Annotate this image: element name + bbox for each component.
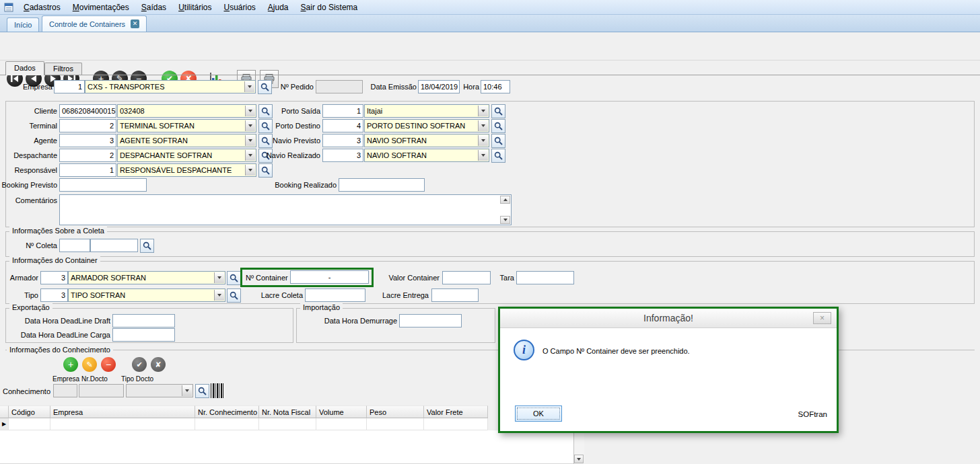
scroll-up-icon[interactable] [500,196,510,204]
porto-destino-search-button[interactable] [491,119,505,133]
dropdown-arrow-icon[interactable] [245,106,255,116]
conhecimento-search-button[interactable] [195,384,209,398]
conhecimento-edit-button[interactable]: ✎ [82,357,97,372]
agente-combo[interactable]: AGENTE SOFTRAN [117,134,256,147]
dropdown-arrow-icon[interactable] [478,135,488,146]
porto-saida-code-field[interactable]: 1 [322,104,363,118]
conhecimento-cancel-button[interactable]: ✘ [151,357,166,372]
data-emissao-field[interactable]: 18/04/2019 [418,80,460,93]
conhecimento-confirm-button[interactable]: ✔ [132,357,147,372]
conhecimento-delete-button[interactable]: − [101,357,116,372]
navio-previsto-code-field[interactable]: 3 [322,134,363,147]
armador-combo[interactable]: ARMADOR SOFTRAN [68,271,225,284]
cliente-combo[interactable]: 032408 [117,104,256,118]
dialog-close-button[interactable]: × [813,312,831,324]
dropdown-arrow-icon[interactable] [478,106,488,116]
porto-saida-combo[interactable]: Itajai [364,104,489,118]
dropdown-arrow-icon[interactable] [478,120,488,131]
scrollbar-down-icon[interactable] [574,455,584,463]
cliente-code-field[interactable]: 06862084000159 [59,104,116,118]
comentarios-textarea[interactable] [59,194,512,225]
grid-cell-nr-conhecimento[interactable] [195,418,259,430]
porto-destino-combo[interactable]: PORTO DESTINO SOFTRAN [364,119,489,132]
dropdown-arrow-icon[interactable] [244,81,254,92]
dropdown-arrow-icon[interactable] [478,150,488,161]
agente-code-field[interactable]: 3 [59,134,116,147]
dropdown-arrow-icon[interactable] [245,120,255,131]
navio-previsto-search-button[interactable] [491,134,505,148]
pedido-field[interactable] [316,80,363,93]
valor-container-field[interactable] [442,271,491,284]
menu-item-cadastros[interactable]: Cadastros [18,1,67,13]
menu-item-saidas[interactable]: Saídas [135,1,172,13]
dropdown-arrow-icon[interactable] [245,135,255,146]
n-coleta-field[interactable] [90,239,138,252]
tab-close-icon[interactable]: ✕ [131,20,139,28]
grid-cell-empresa[interactable] [50,418,195,430]
subtab-filtros[interactable]: Filtros [44,63,82,75]
conhecimento-empresa-field[interactable] [53,384,77,397]
dropdown-arrow-icon[interactable] [245,150,255,161]
grid-header-nr-nota-fiscal[interactable]: Nr. Nota Fiscal [259,405,316,418]
booking-realizado-field[interactable] [339,178,425,192]
n-coleta-code-field[interactable] [59,239,90,252]
hora-field[interactable]: 10:46 [481,80,510,93]
tipo-code-field[interactable]: 3 [40,288,68,302]
tab-controle-de-containers[interactable]: Controle de Containers ✕ [42,15,147,32]
navio-realizado-code-field[interactable]: 3 [322,149,363,162]
tipo-combo[interactable]: TIPO SOFTRAN [68,288,225,302]
responsavel-code-field[interactable]: 1 [59,163,116,177]
grid-cell-valor-frete[interactable] [424,418,488,430]
conhecimento-add-button[interactable]: + [63,357,78,372]
armador-code-field[interactable]: 3 [40,271,68,284]
grid-header-codigo[interactable]: Código [9,405,50,418]
porto-destino-code-field[interactable]: 4 [322,119,363,132]
grid-cell-peso[interactable] [367,418,424,430]
navio-realizado-search-button[interactable] [491,149,505,163]
grid-header-nr-conhecimento[interactable]: Nr. Conhecimento [195,405,259,418]
barcode-icon[interactable] [211,383,223,398]
navio-previsto-combo[interactable]: NAVIO SOFTRAN [364,134,489,147]
deadline-carga-field[interactable] [112,328,175,342]
grid-cell-volume[interactable] [316,418,367,430]
grid-cell-nr-nota-fiscal[interactable] [259,418,316,430]
responsavel-combo[interactable]: RESPONSÁVEL DESPACHANTE [117,163,256,177]
porto-saida-search-button[interactable] [491,104,505,118]
dropdown-arrow-icon[interactable] [245,165,255,176]
deadline-draft-field[interactable] [112,314,175,327]
armador-search-button[interactable] [227,271,241,285]
grid-header-peso[interactable]: Peso [367,405,424,418]
n-coleta-search-button[interactable] [140,239,154,253]
lacre-coleta-field[interactable] [305,288,365,302]
tab-inicio[interactable]: Início [7,17,39,32]
grid-header-volume[interactable]: Volume [316,405,367,418]
menu-item-ajuda[interactable]: Ajuda [262,1,295,13]
menu-item-utilitarios[interactable]: Utilitários [172,1,217,13]
dropdown-arrow-icon[interactable] [214,272,224,283]
menu-item-usuarios[interactable]: Usuários [217,1,261,13]
despachante-combo[interactable]: DESPACHANTE SOFTRAN [117,149,256,162]
conhecimento-tipodocto-combo[interactable] [126,384,193,397]
terminal-combo[interactable]: TERMINAL SOFTRAN [117,119,256,132]
conhecimento-nrdocto-field[interactable] [79,384,124,397]
menu-item-sair-do-sistema[interactable]: Sair do Sistema [295,1,364,13]
grid-header-empresa[interactable]: Empresa [50,405,195,418]
grid-cell-codigo[interactable] [9,418,50,430]
empresa-code-field[interactable]: 1 [54,80,85,93]
dropdown-arrow-icon[interactable] [214,290,224,301]
menu-item-movimentacoes[interactable]: Movimentações [67,1,135,13]
tara-field[interactable] [516,271,574,284]
dialog-ok-button[interactable]: OK [515,405,562,422]
lacre-entrega-field[interactable] [431,288,479,302]
grid-header-valor-frete[interactable]: Valor Frete [424,405,488,418]
demurrage-field[interactable] [399,314,462,327]
terminal-code-field[interactable]: 2 [59,119,116,132]
despachante-code-field[interactable]: 2 [59,149,116,162]
dropdown-arrow-icon[interactable] [182,385,192,396]
tipo-search-button[interactable] [227,288,241,303]
subtab-dados[interactable]: Dados [5,61,44,75]
responsavel-search-button[interactable] [258,163,273,178]
navio-realizado-combo[interactable]: NAVIO SOFTRAN [364,149,489,162]
scroll-down-icon[interactable] [500,216,510,224]
empresa-combo[interactable]: CXS - TRANSPORTES [85,80,256,93]
